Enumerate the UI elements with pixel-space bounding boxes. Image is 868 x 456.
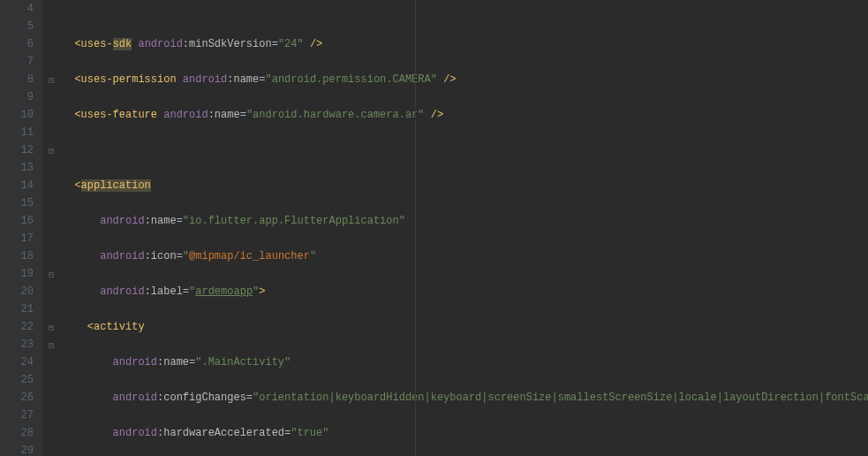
- line-number: 8: [0, 71, 34, 88]
- line-number: 15: [0, 194, 34, 212]
- code-editor[interactable]: <uses-sdk android:minSdkVersion="24" /> …: [62, 0, 868, 456]
- highlight: sdk: [113, 38, 132, 50]
- line-number: 4: [0, 0, 34, 18]
- line-number: 22: [0, 318, 34, 336]
- line-number: 20: [0, 283, 34, 300]
- line-number: 18: [0, 247, 34, 265]
- line-number: 13: [0, 159, 34, 177]
- line-number: 14: [0, 177, 34, 194]
- fold-toggle-icon[interactable]: ⊟: [42, 143, 60, 161]
- line-number: 27: [0, 407, 34, 424]
- line-number: 19: [0, 265, 34, 283]
- line-number: 23: [0, 336, 34, 353]
- line-number: 21: [0, 300, 34, 318]
- line-number: 9: [0, 88, 34, 106]
- fold-gutter[interactable]: ⊟ ⊟ ⊟ ⊟ ⊟: [42, 0, 60, 456]
- fold-toggle-icon[interactable]: ⊟: [42, 320, 60, 338]
- line-number: 24: [0, 353, 34, 371]
- line-number: 7: [0, 53, 34, 71]
- line-number: 16: [0, 212, 34, 230]
- line-number: 28: [0, 424, 34, 442]
- fold-toggle-icon[interactable]: ⊟: [42, 267, 60, 285]
- line-number: 25: [0, 371, 34, 389]
- line-number: 5: [0, 18, 34, 35]
- line-number: 12: [0, 141, 34, 159]
- line-number: 11: [0, 124, 34, 141]
- line-number: 29: [0, 442, 34, 456]
- fold-toggle-icon[interactable]: ⊟: [42, 338, 60, 355]
- line-number: 10: [0, 106, 34, 124]
- line-number: 26: [0, 389, 34, 407]
- fold-toggle-icon[interactable]: ⊟: [42, 72, 60, 90]
- highlight: application: [81, 179, 151, 192]
- line-number-gutter: 4 5 6 7 8 9 10 11 12 13 14 15 16 17 18 1…: [0, 0, 42, 456]
- line-number: 17: [0, 230, 34, 247]
- line-number: 6: [0, 35, 34, 53]
